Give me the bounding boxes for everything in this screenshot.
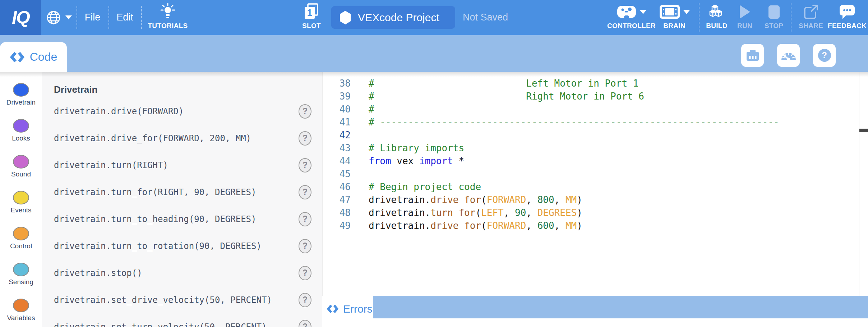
editor-right-divider [859, 72, 859, 296]
command-palette: Drivetrain drivetrain.drive(FORWARD)?dri… [42, 72, 322, 327]
line-number: 49 [323, 219, 351, 232]
line-number: 42 [323, 129, 351, 142]
line-code: # Library imports [369, 142, 464, 155]
tutorials-button[interactable]: TUTORIALS [146, 3, 189, 30]
command-text[interactable]: drivetrain.set_drive_velocity(50, PERCEN… [54, 295, 272, 305]
build-button[interactable]: BUILD [701, 3, 732, 30]
command-help-button[interactable]: ? [299, 320, 311, 327]
feedback-bubble-icon [839, 4, 855, 20]
category-label: Variables [7, 314, 35, 322]
language-menu[interactable] [45, 0, 72, 35]
category-label: Sound [11, 170, 31, 178]
command-text[interactable]: drivetrain.drive(FORWARD) [54, 106, 184, 116]
category-circle-icon [13, 119, 29, 133]
line-code: drivetrain.drive_for(FORWARD, 600, MM) [369, 219, 582, 232]
vexcode-iq-app: { "navbar": { "logo": "IQ", "file_menu":… [0, 0, 868, 327]
navbar-separator [791, 3, 791, 32]
code-brackets-icon [327, 304, 339, 314]
editor-scrollbar-handle[interactable] [859, 129, 868, 132]
editor-line: 43# Library imports [323, 142, 858, 155]
file-menu[interactable]: File [77, 0, 108, 35]
editor-line: 46# Begin project code [323, 180, 858, 193]
command-text[interactable]: drivetrain.turn_to_heading(90, DEGREES) [54, 214, 257, 224]
category-label: Looks [12, 134, 30, 142]
line-number: 38 [323, 77, 351, 90]
code-brackets-icon [10, 51, 25, 63]
category-circle-icon [13, 299, 29, 312]
command-text[interactable]: drivetrain.turn_to_rotation(90, DEGREES) [54, 241, 262, 251]
navbar-separator [141, 6, 142, 29]
stop-button[interactable]: STOP [760, 3, 788, 30]
command-help-button[interactable]: ? [299, 185, 311, 199]
run-button[interactable]: RUN [733, 3, 757, 30]
editor-line: 44from vex import * [323, 155, 858, 167]
tab-code[interactable]: Code [0, 42, 67, 72]
sidebar-item-drivetrain[interactable]: Drivetrain [0, 83, 42, 118]
help-button[interactable]: ? [813, 44, 836, 67]
app-logo: IQ [0, 0, 41, 35]
tutorials-label: TUTORIALS [148, 22, 188, 30]
share-button[interactable]: SHARE [795, 3, 827, 30]
edit-menu[interactable]: Edit [108, 0, 141, 35]
brain-label: BRAIN [663, 22, 685, 30]
editor-line: 48drivetrain.turn_for(LEFT, 90, DEGREES) [323, 206, 858, 219]
line-code: # Right Motor in Port 6 [369, 90, 644, 103]
controller-button[interactable]: CONTROLLER [607, 3, 656, 30]
brain-button[interactable]: BRAIN [655, 3, 694, 30]
sidebar-item-looks[interactable]: Looks [0, 119, 42, 153]
command-help-button[interactable]: ? [299, 293, 311, 307]
brain-ports-icon [745, 49, 760, 62]
category-label: Drivetrain [6, 98, 36, 106]
gauge-icon [780, 50, 797, 61]
share-label: SHARE [799, 22, 823, 30]
command-row: drivetrain.drive(FORWARD)? [42, 98, 322, 125]
command-text[interactable]: drivetrain.set_turn_velocity(50, PERCENT… [54, 322, 267, 327]
line-number: 40 [323, 103, 351, 116]
stop-label: STOP [765, 22, 784, 30]
dashboard-button[interactable] [777, 44, 800, 67]
command-help-button[interactable]: ? [299, 131, 311, 146]
project-name-button[interactable]: VEXcode Project [331, 6, 455, 29]
line-number: 39 [323, 90, 351, 103]
sidebar-item-control[interactable]: Control [0, 227, 42, 261]
slot-icon: 1 [303, 3, 320, 21]
device-manager-button[interactable] [741, 44, 764, 67]
line-number: 44 [323, 155, 351, 167]
sidebar-item-sound[interactable]: Sound [0, 155, 42, 189]
feedback-label: FEEDBACK [828, 22, 867, 30]
command-text[interactable]: drivetrain.turn(RIGHT) [54, 160, 168, 170]
category-label: Control [10, 242, 32, 250]
command-text[interactable]: drivetrain.stop() [54, 268, 142, 278]
editor-line: 49drivetrain.drive_for(FORWARD, 600, MM) [323, 219, 858, 232]
editor-line: 41# ------------------------------------… [323, 116, 858, 129]
command-row: drivetrain.set_turn_velocity(50, PERCENT… [42, 313, 322, 327]
command-help-button[interactable]: ? [299, 158, 311, 172]
controller-icon [617, 4, 637, 20]
slot-button[interactable]: 1 SLOT [298, 3, 325, 30]
command-row: drivetrain.turn(RIGHT)? [42, 152, 322, 179]
command-help-button[interactable]: ? [299, 212, 311, 226]
category-label: Events [10, 206, 31, 214]
slot-number: 1 [307, 7, 312, 18]
command-help-button[interactable]: ? [299, 239, 311, 253]
project-title: VEXcode Project [358, 11, 439, 24]
command-help-button[interactable]: ? [299, 266, 311, 280]
command-help-button[interactable]: ? [299, 104, 311, 119]
sidebar-item-events[interactable]: Events [0, 191, 42, 225]
sidebar-item-sensing[interactable]: Sensing [0, 263, 42, 297]
build-label: BUILD [706, 22, 728, 30]
command-text[interactable]: drivetrain.turn_for(RIGHT, 90, DEGREES) [54, 187, 257, 197]
run-label: RUN [737, 22, 752, 30]
line-code: # [369, 103, 374, 116]
errors-panel-body [322, 318, 868, 327]
feedback-button[interactable]: FEEDBACK [829, 3, 865, 30]
sidebar-item-variables[interactable]: Variables [0, 299, 42, 327]
command-text[interactable]: drivetrain.drive_for(FORWARD, 200, MM) [54, 133, 251, 143]
command-row: drivetrain.turn_to_heading(90, DEGREES)? [42, 206, 322, 232]
category-sidebar: DrivetrainLooksSoundEventsControlSensing… [0, 72, 42, 327]
errors-bar [322, 296, 868, 318]
lightbulb-icon [160, 3, 175, 20]
code-editor[interactable]: 38# Left Motor in Port 139# Right Motor … [322, 72, 868, 327]
run-play-icon [739, 5, 751, 19]
logo-text: IQ [12, 7, 29, 28]
